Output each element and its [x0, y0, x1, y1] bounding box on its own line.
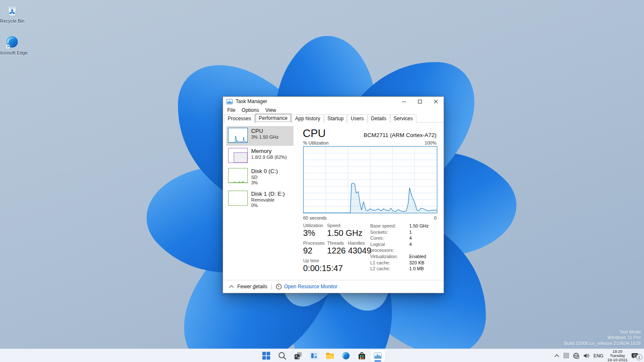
task-manager-taskbar-button[interactable]	[370, 349, 386, 362]
close-icon	[434, 99, 438, 104]
stat-speed-label: Speed	[327, 223, 340, 228]
tab-bar: Processes Performance App history Startu…	[223, 114, 444, 123]
task-manager-app-icon	[226, 98, 233, 105]
sidebar-item-disk1[interactable]: Disk 1 (D: E:) Removable 0%	[226, 189, 293, 209]
stat-utilization-label: Utilization	[303, 223, 323, 228]
file-explorer-button[interactable]	[322, 349, 338, 362]
sidebar-disk0-sub1: SD	[251, 175, 278, 180]
stat-uptime-value: 0:00:15:47	[303, 264, 343, 273]
sidebar-disk0-title: Disk 0 (C:)	[251, 168, 278, 175]
sidebar-cpu-sub: 3% 1.50 GHz	[251, 134, 278, 140]
stat-processes-label: Processes	[303, 240, 325, 246]
tab-performance[interactable]: Performance	[255, 114, 291, 123]
cpu-spec-list: Base speed:1.50 GHz Sockets:1 Cores:4 Lo…	[370, 223, 438, 272]
graph-zero-label: 0	[434, 215, 436, 220]
taskbar: ENG 19:20 Tuesday 19-10-2021 1	[0, 349, 644, 362]
desktop-icon-label: Recycle Bin	[0, 18, 28, 23]
system-tray: ENG 19:20 Tuesday 19-10-2021 1	[554, 349, 642, 362]
spec-l1-cache: L1 cache:320 KB	[370, 260, 438, 266]
network-globe-icon[interactable]	[573, 352, 579, 359]
tab-users[interactable]: Users	[347, 114, 367, 123]
language-indicator[interactable]: ENG	[594, 353, 604, 358]
desktop-icon-microsoft-edge[interactable]: Microsoft Edge	[0, 35, 28, 55]
taskmanager-footer: Fewer details Open Resource Monitor	[223, 280, 444, 293]
volume-icon[interactable]	[583, 353, 590, 359]
disk0-thumbnail-chart	[229, 168, 247, 183]
edge-taskbar-button[interactable]	[338, 349, 354, 362]
sidebar-memory-sub: 1.8/2.9 GB (62%)	[251, 155, 287, 160]
utilization-axis-label: % Utilization	[303, 140, 329, 145]
sidebar-item-memory[interactable]: Memory 1.8/2.9 GB (62%)	[226, 146, 293, 166]
clock[interactable]: 19:20 Tuesday 19-10-2021	[607, 349, 628, 362]
cpu-chip-name: BCM2711 (ARM Cortex-A72)	[364, 132, 436, 138]
notification-badge: 1	[636, 354, 642, 360]
tab-startup[interactable]: Startup	[324, 114, 347, 123]
desktop-icon-recycle-bin[interactable]: Recycle Bin	[0, 3, 28, 23]
window-title: Task Manager	[236, 98, 267, 104]
tab-processes[interactable]: Processes	[224, 114, 254, 123]
sidebar-item-cpu[interactable]: CPU 3% 1.50 GHz	[226, 126, 293, 146]
cpu-utilization-graph[interactable]	[303, 146, 437, 213]
cpu-thumbnail-chart	[229, 128, 247, 142]
menu-item-options[interactable]: Options	[242, 107, 259, 113]
minimize-icon	[402, 99, 406, 104]
clock-day: Tuesday	[607, 354, 628, 358]
sidebar-item-disk0[interactable]: Disk 0 (C:) SD 3%	[226, 166, 293, 187]
window-titlebar[interactable]: Task Manager	[223, 97, 444, 106]
tray-app-icon[interactable]	[564, 353, 569, 358]
edge-icon	[5, 35, 19, 49]
minimize-button[interactable]	[396, 97, 412, 106]
stat-threads-value: 1226	[327, 246, 346, 256]
open-resource-monitor-link[interactable]: Open Resource Monitor	[276, 284, 337, 290]
task-manager-window: Task Manager File Options View Processes…	[223, 96, 444, 293]
spec-base-speed: Base speed:1.50 GHz	[370, 223, 438, 229]
task-manager-icon	[373, 351, 382, 360]
maximize-button[interactable]	[412, 97, 428, 106]
spec-virtualization: Virtualization:Enabled	[370, 253, 438, 260]
notification-center-button[interactable]: 1	[631, 351, 642, 360]
file-explorer-icon	[325, 351, 335, 360]
menubar: File Options View	[223, 106, 444, 114]
recycle-bin-icon	[5, 3, 20, 18]
widgets-button[interactable]	[306, 349, 322, 362]
spec-l2-cache: L2 cache:1.0 MB	[370, 266, 438, 272]
spec-logical-processors: Logical processors:4	[370, 241, 438, 253]
microsoft-store-button[interactable]	[354, 349, 370, 362]
clock-time: 19:20	[607, 349, 628, 354]
maximize-icon	[418, 99, 422, 104]
memory-thumbnail-chart	[229, 148, 247, 163]
sidebar-memory-title: Memory	[251, 148, 287, 155]
sidebar-cpu-title: CPU	[251, 128, 278, 134]
sidebar-disk1-sub1: Removable	[251, 197, 285, 203]
stat-threads-label: Threads	[327, 240, 344, 246]
search-icon	[278, 351, 287, 360]
tab-services[interactable]: Services	[390, 114, 416, 123]
close-button[interactable]	[428, 97, 444, 106]
utilization-max-label: 100%	[425, 140, 436, 145]
task-view-button[interactable]	[290, 349, 306, 362]
menu-item-file[interactable]: File	[227, 107, 235, 113]
clock-date: 19-10-2021	[607, 358, 628, 362]
desktop-icon-label: Microsoft Edge	[0, 50, 28, 55]
desktop: Recycle Bin Microsoft Edge Test Mode Win…	[0, 0, 644, 362]
stat-handles-value: 43049	[348, 246, 371, 256]
resource-monitor-gauge-icon	[276, 284, 282, 290]
sidebar-disk1-sub2: 0%	[251, 203, 285, 208]
stat-handles-label: Handles	[348, 240, 365, 246]
tab-details[interactable]: Details	[368, 114, 390, 123]
task-view-icon	[293, 351, 303, 360]
fewer-details-button[interactable]: Fewer details	[229, 284, 267, 290]
footer-separator	[271, 284, 272, 290]
stat-uptime-label: Up time	[303, 258, 319, 263]
tray-chevron-up-icon[interactable]	[554, 354, 560, 358]
widgets-icon	[309, 351, 319, 360]
sidebar-disk1-title: Disk 1 (D: E:)	[251, 191, 285, 197]
edge-icon	[341, 351, 351, 360]
stat-processes-value: 92	[303, 246, 312, 256]
windows-start-icon	[262, 351, 271, 360]
stat-speed-value: 1.50 GHz	[327, 228, 362, 238]
search-button[interactable]	[274, 349, 290, 362]
tab-app-history[interactable]: App history	[292, 114, 324, 123]
start-button[interactable]	[258, 349, 274, 362]
menu-item-view[interactable]: View	[265, 107, 276, 113]
